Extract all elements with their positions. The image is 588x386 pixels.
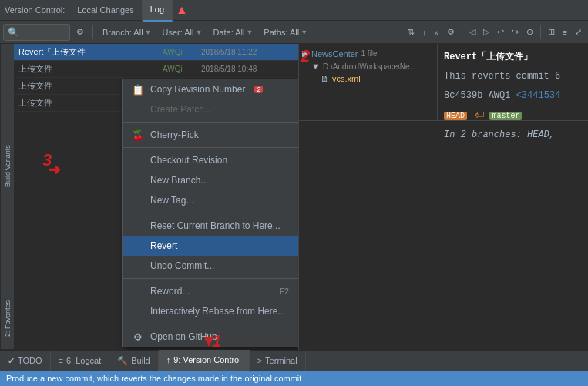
separator (92, 25, 93, 39)
commit-title: Revert「上传文件」 (444, 50, 582, 65)
ctx-copy-revision[interactable]: 📋 Copy Revision Number 2 (123, 79, 298, 99)
log-entry-1[interactable]: Revert「上传文件」 AWQi 2018/5/18 11:22 (14, 44, 298, 61)
chevron-down-icon: ▼ (195, 29, 202, 36)
chevron-down-icon: ▼ (145, 29, 152, 36)
search-icon: 🔍 (8, 27, 19, 38)
prev-btn[interactable]: ⇅ (405, 25, 418, 39)
right-top: ▶ NewsCenter 1 file ▼ D:\AndroidWorkspac… (299, 44, 588, 121)
btn1[interactable]: ◁ (466, 25, 479, 39)
ctx-revert[interactable]: Revert (123, 236, 298, 256)
config-btn[interactable]: ⚙ (444, 25, 458, 39)
btn5[interactable]: ⊙ (523, 25, 536, 39)
btn8[interactable]: ⤢ (572, 25, 585, 39)
settings-btn[interactable]: ⚙ (73, 25, 87, 39)
tab-build[interactable]: 🔨 Build (109, 351, 158, 371)
ctx-reword[interactable]: Reword... F2 (123, 281, 298, 301)
ctx-checkout-revision-label: Checkout Revision (150, 155, 227, 166)
branch-filter-label: Branch: All (102, 28, 143, 37)
empty-icon (132, 305, 144, 317)
btn6[interactable]: ⊞ (545, 25, 558, 39)
user-filter[interactable]: User: All ▼ (159, 26, 207, 39)
branch-filter[interactable]: Branch: All ▼ (99, 26, 156, 39)
ctx-cherry-pick-label: Cherry-Pick (150, 129, 199, 140)
btn4[interactable]: ↪ (509, 25, 522, 39)
tab-terminal[interactable]: > Terminal (250, 351, 306, 371)
more-btn[interactable]: » (431, 26, 442, 39)
paths-filter[interactable]: Paths: All ▼ (260, 26, 311, 39)
btn3[interactable]: ↩ (494, 25, 507, 39)
tab-local-changes[interactable]: Local Changes (69, 0, 142, 21)
search-box[interactable]: 🔍 (3, 24, 70, 41)
tab-log[interactable]: Log (143, 0, 173, 22)
favorites-label: 2: Favorites (0, 288, 14, 350)
build-variants-label: Build Variants (0, 44, 14, 288)
ctx-create-patch: Create Patch... (123, 99, 298, 119)
file-tree-file[interactable]: 🗎 vcs.xml (302, 72, 434, 85)
reword-shortcut: F2 (279, 287, 289, 296)
file-tree: ▶ NewsCenter 1 file ▼ D:\AndroidWorkspac… (299, 44, 438, 120)
ctx-sep-3 (123, 213, 298, 213)
ctx-revert-label: Revert (150, 240, 177, 251)
btn7[interactable]: ≡ (559, 26, 570, 39)
empty-icon (132, 174, 144, 186)
badge-2: 2 (254, 86, 263, 93)
terminal-label: Terminal (265, 351, 297, 371)
log-label: Log (150, 5, 164, 14)
cherry-pick-icon: 🍒 (132, 129, 144, 141)
ctx-cherry-pick[interactable]: 🍒 Cherry-Pick (123, 125, 298, 145)
branches-text: In 2 branches: HEAD, (444, 128, 582, 143)
local-changes-label: Local Changes (77, 5, 133, 15)
arrow-right-3: ➜ (48, 160, 61, 179)
ctx-undo-commit[interactable]: Undo Commit... (123, 256, 298, 276)
ctx-new-tag[interactable]: New Tag... (123, 190, 298, 210)
status-text: Produce a new commit, which reverts the … (6, 374, 301, 383)
tag-master: master (489, 112, 522, 120)
file-icon: 🗎 (321, 74, 329, 83)
commit-link[interactable]: <3441534 (516, 90, 561, 101)
annotation-2: 2 (301, 46, 310, 66)
btn2[interactable]: ▷ (480, 25, 492, 39)
separator (462, 25, 462, 39)
empty-icon (132, 154, 144, 166)
tab-logcat[interactable]: ≡ 6: Logcat (51, 351, 110, 371)
arrow-up-indicator: ▲ (176, 3, 188, 17)
logcat-label: 6: Logcat (66, 351, 101, 371)
commit-info: Revert「上传文件」 This reverts commit 6 8c453… (438, 44, 588, 120)
ctx-reset-current[interactable]: Reset Current Branch to Here... (123, 216, 298, 236)
log-date-2: 2018/5/18 10:48 (201, 65, 294, 73)
build-label: Build (131, 351, 150, 371)
file-name: vcs.xml (332, 74, 361, 83)
commit-user: AWQi (489, 90, 516, 101)
ctx-undo-commit-label: Undo Commit... (150, 260, 214, 271)
file-tree-path: ▼ D:\AndroidWorkspace\Ne... (302, 60, 434, 72)
todo-label: TODO (18, 351, 42, 371)
log-user-1: AWQi (163, 48, 201, 56)
ctx-checkout-revision[interactable]: Checkout Revision (123, 150, 298, 170)
path-label: D:\AndroidWorkspace\Ne... (323, 62, 416, 71)
log-entry-2[interactable]: 上传文件 AWQi 2018/5/18 10:48 (14, 61, 298, 78)
date-filter[interactable]: Date: All ▼ (209, 26, 257, 39)
empty-icon (132, 240, 144, 252)
ctx-sep-2 (123, 147, 298, 148)
ctx-sep-5 (123, 324, 298, 324)
version-control-tab-label: 9: Version Control (173, 350, 240, 371)
commit-hash: 8c4539b (444, 90, 482, 101)
tab-todo[interactable]: ✔ TODO (0, 351, 51, 371)
down-btn[interactable]: ↓ (419, 26, 430, 39)
chevron-down-icon: ▼ (246, 29, 253, 36)
toolbar: 🔍 ⚙ Branch: All ▼ User: All ▼ Date: All … (0, 21, 588, 44)
ctx-interactively-rebase[interactable]: Interactively Rebase from Here... (123, 301, 298, 321)
tab-version-control[interactable]: ↑ 9: Version Control (159, 350, 250, 372)
search-input[interactable] (19, 28, 66, 37)
terminal-icon: > (257, 351, 262, 371)
main-area: Build Variants 2: Favorites Revert「上传文件」… (0, 44, 588, 350)
bottom-tabs: ✔ TODO ≡ 6: Logcat 🔨 Build ↑ 9: Version … (0, 350, 588, 371)
ctx-sep-1 (123, 122, 298, 123)
log-msg-2: 上传文件 (18, 63, 163, 75)
user-filter-label: User: All (163, 28, 194, 37)
ctx-reword-label: Reword... (150, 286, 190, 297)
log-user-2: AWQi (163, 65, 201, 73)
todo-icon: ✔ (8, 351, 15, 371)
top-tab-bar: Version Control: Local Changes Log ▲ (0, 0, 588, 21)
ctx-new-branch[interactable]: New Branch... (123, 170, 298, 190)
